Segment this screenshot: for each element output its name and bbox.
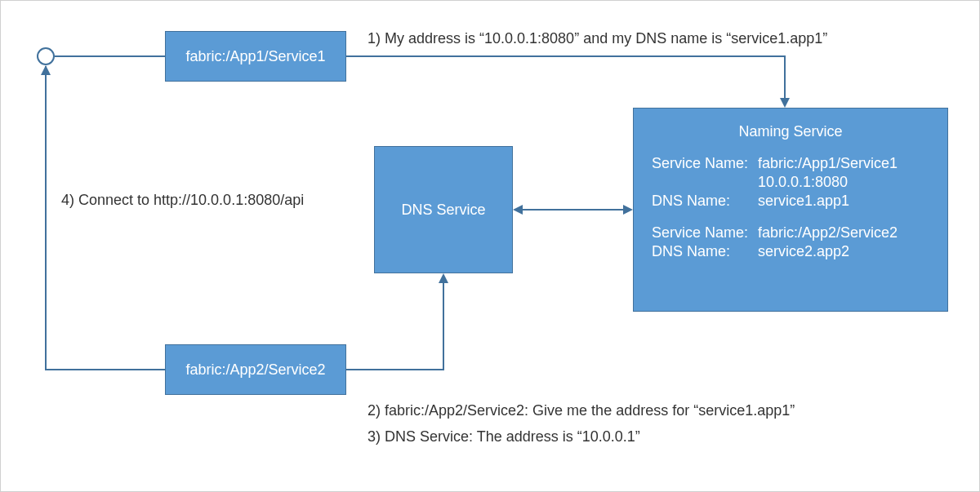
naming-entry-label: Service Name: — [652, 224, 758, 242]
arrowhead-1 — [780, 98, 790, 108]
arrowhead-2 — [439, 273, 448, 283]
service1-label: fabric:/App1/Service1 — [185, 48, 325, 65]
service1-to-naming-arrow — [346, 56, 785, 104]
naming-entry-label: Service Name: — [652, 155, 758, 172]
naming-entry-value: fabric:/App2/Service2 — [758, 224, 929, 242]
arrowhead-dns-right — [623, 205, 633, 215]
naming-entry-address: 10.0.0.1:8080 — [758, 174, 929, 191]
naming-entry-1-dnsname: DNS Name: service2.app2 — [652, 243, 929, 260]
start-endpoint — [37, 47, 55, 65]
naming-entry-value: fabric:/App1/Service1 — [758, 155, 929, 172]
service2-box: fabric:/App2/Service2 — [165, 344, 346, 395]
naming-entry-label-empty — [652, 174, 758, 191]
naming-entry-dns: service1.app1 — [758, 193, 929, 210]
naming-entry-dns: service2.app2 — [758, 243, 929, 260]
arrowhead-4 — [41, 65, 51, 75]
service2-to-dns-arrow — [346, 281, 443, 370]
service2-label: fabric:/App2/Service2 — [185, 361, 325, 379]
naming-entry-1-servicename: Service Name: fabric:/App2/Service2 — [652, 224, 929, 242]
naming-entry-0-dnsname: DNS Name: service1.app1 — [652, 193, 929, 210]
arrowhead-dns-left — [513, 205, 523, 215]
service2-to-circle-arrow — [46, 66, 165, 370]
naming-entry-0-servicename: Service Name: fabric:/App1/Service1 — [652, 155, 929, 172]
step-4-label: 4) Connect to http://10.0.0.1:8080/api — [61, 192, 304, 209]
dns-service-label: DNS Service — [401, 202, 485, 219]
step-3-label: 3) DNS Service: The address is “10.0.0.1… — [368, 428, 640, 445]
naming-entry-0-address: 10.0.0.1:8080 — [652, 174, 929, 191]
service1-box: fabric:/App1/Service1 — [165, 31, 346, 82]
dns-service-box: DNS Service — [374, 146, 513, 273]
naming-entry-label: DNS Name: — [652, 193, 758, 210]
naming-entry-label: DNS Name: — [652, 243, 758, 260]
step-2-label: 2) fabric:/App2/Service2: Give me the ad… — [368, 402, 795, 419]
step-1-label: 1) My address is “10.0.0.1:8080” and my … — [368, 30, 827, 47]
naming-service-title: Naming Service — [652, 123, 929, 140]
naming-service-box: Naming Service Service Name: fabric:/App… — [633, 108, 948, 312]
